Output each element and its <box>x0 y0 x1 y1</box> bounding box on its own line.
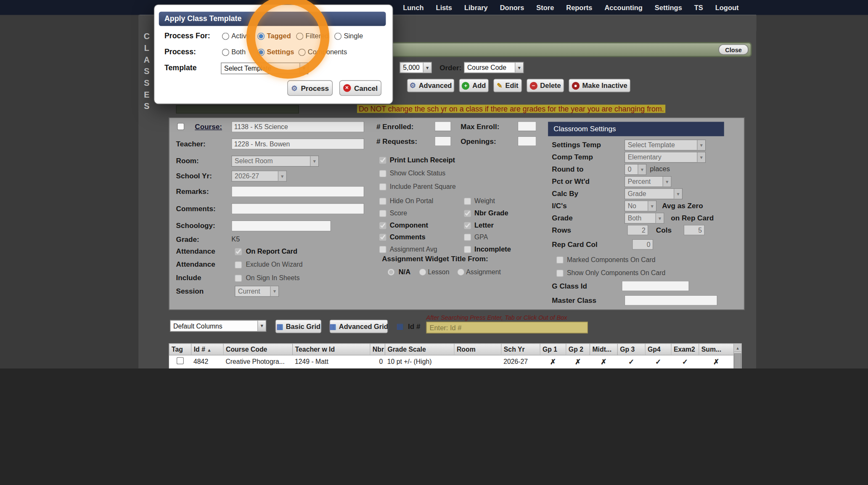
col-tag[interactable]: Tag <box>169 344 191 355</box>
columns-select[interactable]: Default Columns▼ <box>170 320 266 332</box>
scroll-up-icon[interactable]: ▲ <box>734 344 741 352</box>
grade-value: K5 <box>231 235 240 243</box>
session-value: Current <box>238 287 260 295</box>
col-scale[interactable]: Grade Scale <box>385 344 454 355</box>
schoology-input[interactable] <box>231 220 331 231</box>
col-room[interactable]: Room <box>454 344 501 355</box>
teacher-input <box>231 138 364 149</box>
widget-assignment-label: Assignment <box>466 268 501 276</box>
cell-course: Earth and Environ... <box>223 368 293 368</box>
round-to-select: 0▼ <box>625 164 647 175</box>
nav-item-logout[interactable]: Logout <box>715 4 739 11</box>
tag-checkbox[interactable] <box>177 357 184 364</box>
comments-label: Comments: <box>176 204 216 213</box>
obscured-button[interactable] <box>176 105 299 114</box>
col-gp2[interactable]: Gp 2 <box>566 344 590 355</box>
basic-grid-button[interactable]: ▦Basic Grid <box>275 320 322 334</box>
nav-item-library[interactable]: Library <box>464 4 488 11</box>
component-label: Component <box>390 222 428 229</box>
school-yr-value: 2026-27 <box>235 172 259 180</box>
side-letter: S <box>144 102 149 111</box>
classes-side-tab[interactable]: C L A S S E S <box>142 32 152 111</box>
columns-value: Default Columns <box>173 322 222 329</box>
cs-grade-label: Grade <box>552 214 572 222</box>
on-report-card-label: On Report Card <box>246 247 297 255</box>
col-nbr[interactable]: Nbr <box>370 344 385 355</box>
cancel-button[interactable]: ✕Cancel <box>339 80 381 96</box>
cell-teacher: 1249 - Matt <box>293 355 370 368</box>
scrollbar-thumb[interactable] <box>734 353 741 368</box>
marked-components-checkbox <box>556 256 564 263</box>
pencil-icon: ✎ <box>497 82 503 89</box>
enrolled-input[interactable] <box>434 121 451 131</box>
schoology-label: Schoology: <box>176 222 215 230</box>
process-button[interactable]: ⚙Process <box>287 80 333 96</box>
grid-scrollbar[interactable]: ▲ <box>733 343 742 368</box>
remarks-input[interactable] <box>231 186 364 197</box>
assignment-avg-label: Assignment Avg <box>390 245 437 253</box>
comments-input[interactable] <box>231 203 364 214</box>
course-label[interactable]: Course: <box>195 122 222 131</box>
table-row[interactable]: 4842Creative Photogra...1249 - Matt010 p… <box>169 355 733 368</box>
school-year-warning: Do NOT change the sch yr on a class if t… <box>357 105 666 113</box>
nav-item-lists[interactable]: Lists <box>436 4 452 11</box>
id-search-input[interactable] <box>426 322 588 334</box>
delete-button[interactable]: −Delete <box>527 79 564 93</box>
top-nav: Lunch Lists Library Donors Store Reports… <box>0 0 868 15</box>
nav-item-settings[interactable]: Settings <box>655 4 682 11</box>
screen: Lunch Lists Library Donors Store Reports… <box>0 0 868 368</box>
requests-input[interactable] <box>434 136 451 146</box>
widget-title-label: Assignment Widget Title From: <box>382 254 488 263</box>
order-select[interactable]: Course Code▼ <box>464 62 524 73</box>
process-both-label[interactable]: Both <box>231 48 246 56</box>
nav-item-accounting[interactable]: Accounting <box>604 4 642 11</box>
col-exam2[interactable]: Exam2 <box>671 344 699 355</box>
status-mark: ✗ <box>540 355 566 368</box>
master-class-input[interactable] <box>625 295 717 306</box>
edit-button[interactable]: ✎Edit <box>493 79 522 93</box>
status-mark: ✓ <box>699 368 733 368</box>
nav-item-reports[interactable]: Reports <box>566 4 592 11</box>
col-teacher[interactable]: Teacher w Id <box>293 344 370 355</box>
process-for-single-label[interactable]: Single <box>344 32 363 40</box>
col-id[interactable]: Id # ▲ <box>191 344 223 355</box>
print-lunch-receipt-label: Print Lunch Receipt <box>390 156 455 164</box>
round-to-suffix: places <box>650 165 670 172</box>
col-gp3[interactable]: Gp 3 <box>617 344 645 355</box>
openings-input[interactable] <box>518 136 537 146</box>
g-class-id-input[interactable] <box>622 281 689 291</box>
col-schyr[interactable]: Sch Yr <box>501 344 540 355</box>
process-both-radio[interactable] <box>222 49 229 56</box>
col-gp4[interactable]: Gp4 <box>645 344 671 355</box>
close-button[interactable]: Close <box>719 44 749 55</box>
col-midterm[interactable]: Midt... <box>590 344 618 355</box>
nav-item-lunch[interactable]: Lunch <box>403 4 423 11</box>
course-tag-checkbox[interactable] <box>177 123 184 130</box>
nav-item-donors[interactable]: Donors <box>500 4 524 11</box>
add-button[interactable]: +Add <box>459 79 489 93</box>
cancel-button-label: Cancel <box>354 84 378 92</box>
max-enroll-input[interactable] <box>518 121 537 131</box>
g-class-id-label: G Class Id <box>552 282 587 290</box>
process-for-single-radio[interactable] <box>334 33 341 40</box>
col-sum[interactable]: Sum... <box>699 344 733 355</box>
cell-course: Creative Photogra... <box>223 355 293 368</box>
advanced-grid-button[interactable]: ▦Advanced Grid <box>329 320 388 334</box>
weight-label: Weight <box>474 197 495 205</box>
nav-item-ts[interactable]: TS <box>694 4 703 11</box>
cell-id: 4843 <box>191 368 223 368</box>
nav-item-store[interactable]: Store <box>536 4 554 11</box>
col-gp1[interactable]: Gp 1 <box>540 344 566 355</box>
settings-temp-value: Select Template <box>628 141 675 149</box>
hide-on-portal-checkbox <box>379 198 386 205</box>
make-inactive-button[interactable]: ●Make Inactive <box>569 79 630 93</box>
attendance1-label: Attendance <box>176 247 215 255</box>
record-icon: ● <box>572 82 580 89</box>
advanced-button[interactable]: ⚙Advanced <box>407 79 454 93</box>
on-sign-in-sheets-label: On Sign In Sheets <box>246 274 299 282</box>
table-row[interactable]: 4843Earth and Environ...1214 - Jennifer … <box>169 368 733 368</box>
cs-grade-value: Both <box>628 214 641 222</box>
page-size-select[interactable]: 5,000▼ <box>400 62 431 73</box>
col-course[interactable]: Course Code <box>223 344 293 355</box>
process-for-active-radio[interactable] <box>222 33 229 40</box>
